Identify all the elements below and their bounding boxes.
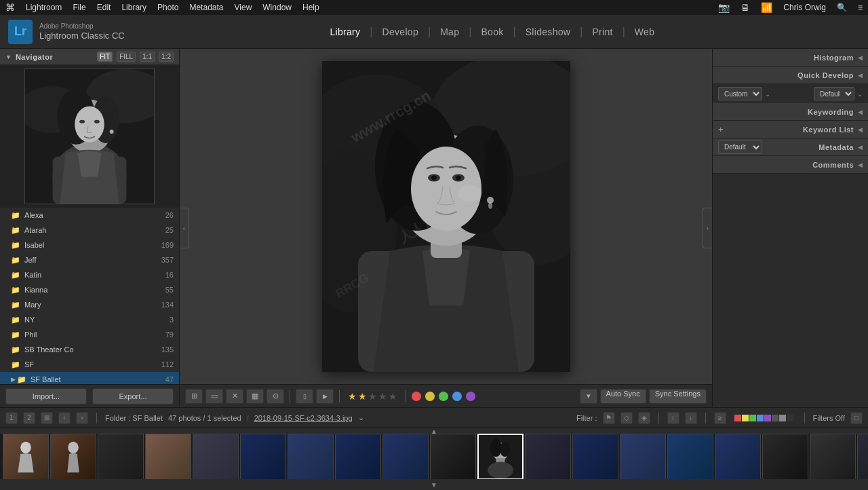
filmstrip-thumb-1[interactable] [3,434,49,479]
color-purple[interactable] [466,392,475,401]
toolbar-dropdown[interactable]: ▾ [580,389,597,404]
page-2-btn[interactable]: 2 [23,412,35,424]
filmstrip-thumb-7[interactable] [288,434,334,479]
filmstrip-thumb-4[interactable] [145,434,191,479]
filmstrip-thumb-selected[interactable] [477,434,524,479]
color-yellow[interactable] [425,392,435,401]
filmstrip-top-arrow[interactable]: ▲ [0,428,868,434]
menu-help[interactable]: Help [302,3,319,12]
next-photo-btn[interactable]: › [76,412,88,424]
keyword-list-panel[interactable]: + Keyword List ◀ [713,121,868,138]
histogram-panel[interactable]: Histogram ◀ [713,49,868,67]
menu-file[interactable]: File [73,3,85,12]
filmstrip-scroll[interactable] [0,434,868,479]
saved-preset-select[interactable]: Custom [718,87,762,100]
filter-rating-min[interactable]: ≥ [714,412,726,424]
comments-panel[interactable]: Comments ◀ [713,156,868,174]
filmstrip-size-btn[interactable]: □ [850,412,863,424]
menu-view[interactable]: View [235,3,252,12]
sync-settings-button[interactable]: Sync Settings [649,389,707,404]
view-loupe-btn[interactable]: ▭ [205,389,223,404]
add-keyword-btn[interactable]: + [718,124,724,134]
sort-dir-btn[interactable]: ↓ [685,412,697,424]
star-2[interactable]: ★ [358,391,367,402]
apple-menu[interactable]: ⌘ [5,2,15,13]
nav-fill-btn[interactable]: FILL [117,52,136,62]
right-panel-expand[interactable]: › [703,208,712,248]
filter-unlabeled[interactable] [787,415,793,421]
navigator-collapse-arrow[interactable]: ▼ [5,54,12,60]
view-survey-btn[interactable]: ▦ [246,389,264,404]
filename-dropdown[interactable]: ⌄ [358,413,364,422]
folder-atarah[interactable]: 📁 Atarah 25 [0,223,179,238]
filter-green[interactable] [749,415,756,421]
filmstrip-thumb-3[interactable] [98,434,144,479]
menu-list-icon[interactable]: ≡ [858,3,863,12]
filter-color-btn[interactable]: ◈ [638,412,650,424]
folder-kianna[interactable]: 📁 Kianna 55 [0,282,179,297]
filmstrip-thumb-9[interactable] [382,434,429,479]
filmstrip-thumb-15[interactable] [667,434,713,479]
folder-katin[interactable]: 📁 Katin 16 [0,267,179,282]
star-3[interactable]: ★ [368,391,377,402]
auto-sync-button[interactable]: Auto Sync [600,389,646,404]
flag-none[interactable]: ▯ [296,389,313,404]
nav-fit-btn[interactable]: FIT [97,52,113,62]
menu-edit[interactable]: Edit [97,3,111,12]
folder-ny[interactable]: 📁 NY 3 [0,312,179,327]
folder-isabel[interactable]: 📁 Isabel 169 [0,238,179,252]
module-book[interactable]: Book [471,22,513,41]
nav-1to1-btn[interactable]: 1:1 [140,52,155,62]
folder-sf-ballet[interactable]: ▶ 📁 SF Ballet 47 [0,372,179,384]
module-web[interactable]: Web [625,22,664,41]
clarity-select[interactable]: Default [814,87,854,100]
view-grid-btn[interactable]: ⊞ [185,389,203,404]
star-1[interactable]: ★ [348,391,357,402]
folder-sf[interactable]: 📁 SF 112 [0,357,179,372]
menu-lightroom[interactable]: Lightroom [26,3,62,12]
star-5[interactable]: ★ [389,391,397,402]
metadata-panel[interactable]: Default Metadata ◀ [713,138,868,156]
filmstrip-thumb-13[interactable] [572,434,618,479]
folder-phil[interactable]: 📁 Phil 79 [0,327,179,342]
nav-img[interactable] [24,69,155,204]
grid-view-btn[interactable]: ⊞ [41,412,53,424]
filter-red[interactable] [734,415,741,421]
nav-zoom-btn[interactable]: 1:2 [159,52,174,62]
menu-photo[interactable]: Photo [157,3,178,12]
search-icon[interactable]: 🔍 [837,3,847,12]
default-arrow[interactable]: ⌄ [857,90,863,98]
filmstrip-thumb-14[interactable] [620,434,666,479]
quick-develop-panel[interactable]: Quick Develop ◀ [713,67,868,84]
module-map[interactable]: Map [431,22,469,41]
import-button[interactable]: Import... [5,388,87,404]
view-people-btn[interactable]: ⊙ [267,389,284,404]
filter-yellow[interactable] [742,415,749,421]
export-button[interactable]: Export... [92,388,174,404]
menu-library[interactable]: Library [121,3,146,12]
folder-jeff[interactable]: 📁 Jeff 357 [0,252,179,267]
filmstrip-thumb-10[interactable] [430,434,476,479]
user-name[interactable]: Chris Orwig [783,3,826,12]
left-panel-expand[interactable]: ‹ [180,208,189,248]
filter-purple[interactable] [764,415,771,421]
keywording-panel[interactable]: Keywording ◀ [713,103,868,121]
filmstrip-thumb-12[interactable] [525,434,571,479]
filter-rating-btn[interactable]: ◇ [620,412,633,424]
filmstrip-thumb-5[interactable] [193,434,239,479]
page-1-btn[interactable]: 1 [5,412,18,424]
star-4[interactable]: ★ [378,391,387,402]
filter-labeled[interactable] [779,415,786,421]
filter-flag-btn[interactable]: ⚑ [603,412,615,424]
menu-window[interactable]: Window [262,3,292,12]
module-print[interactable]: Print [583,22,622,41]
filmstrip-thumb-18[interactable] [810,434,856,479]
filmstrip-thumb-16[interactable] [715,434,761,479]
folder-mary[interactable]: 📁 Mary 134 [0,297,179,312]
filmstrip-bottom-arrow[interactable]: ▼ [0,479,868,490]
folder-sb-theater[interactable]: 📁 SB Theater Co 135 [0,342,179,357]
filmstrip-thumb-19[interactable] [857,434,868,479]
sort-btn[interactable]: ↕ [667,412,679,424]
star-rating[interactable]: ★ ★ ★ ★ ★ [348,391,397,402]
metadata-preset-select[interactable]: Default [718,140,762,154]
